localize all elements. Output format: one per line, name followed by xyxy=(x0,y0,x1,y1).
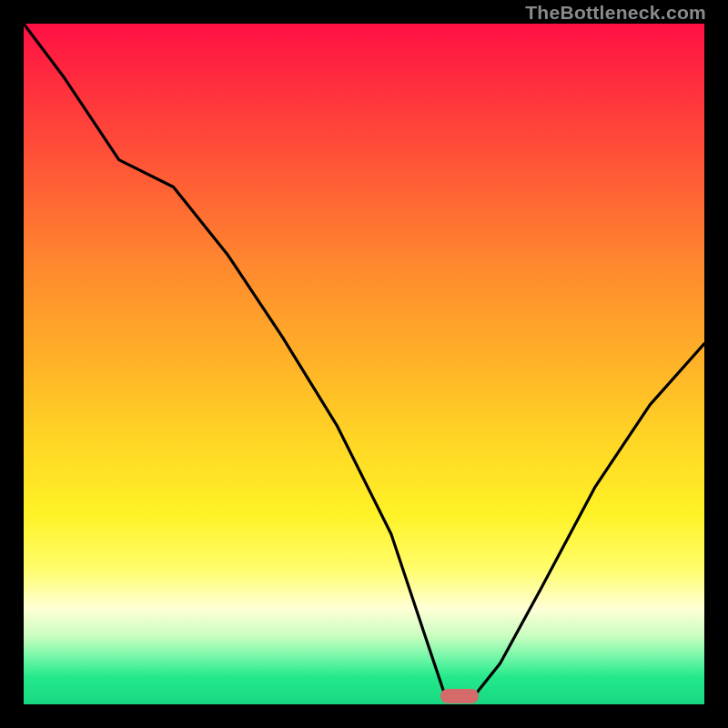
optimal-point-marker xyxy=(440,689,479,703)
bottleneck-curve xyxy=(24,24,704,704)
chart-frame: TheBottleneck.com xyxy=(0,0,728,728)
plot-area xyxy=(24,24,704,704)
watermark-text: TheBottleneck.com xyxy=(525,2,706,24)
